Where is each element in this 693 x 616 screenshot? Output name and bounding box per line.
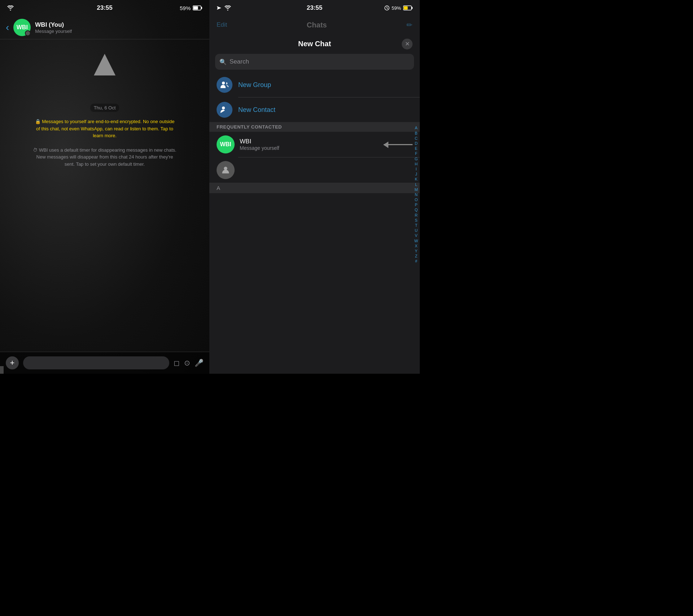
alpha-z[interactable]: Z — [415, 254, 418, 259]
chat-subtitle: Message yourself — [35, 29, 72, 34]
alpha-t[interactable]: T — [415, 223, 418, 228]
time-right: 23:55 — [307, 4, 322, 12]
wifi-icon — [7, 5, 14, 10]
status-icons-right — [217, 5, 231, 10]
date-label: Thu, 6 Oct — [90, 104, 119, 112]
alpha-b[interactable]: B — [415, 131, 417, 136]
svg-point-7 — [222, 82, 225, 84]
camera-icon[interactable]: ⊙ — [184, 359, 190, 367]
chat-header: ‹ WBI WBI (You) Message yourself — [0, 16, 209, 39]
battery-left: 59% — [180, 5, 202, 11]
new-group-row[interactable]: New Group — [209, 73, 420, 97]
alpha-k[interactable]: K — [415, 177, 417, 182]
search-icon: 🔍 — [219, 58, 227, 65]
generic-contact-row[interactable] — [209, 157, 420, 183]
arrow-indicator — [384, 144, 413, 145]
new-group-icon — [217, 77, 232, 93]
person-icon — [221, 165, 231, 175]
alpha-s[interactable]: S — [415, 218, 417, 223]
new-contact-icon — [217, 102, 232, 118]
alpha-m[interactable]: M — [414, 187, 418, 192]
alpha-x[interactable]: X — [415, 244, 417, 248]
avatar-badge — [25, 30, 31, 36]
alpha-r[interactable]: R — [415, 213, 418, 218]
arrow-up-indicator — [94, 54, 116, 75]
svg-point-9 — [224, 167, 227, 170]
alpha-h[interactable]: H — [415, 162, 418, 166]
wbi-avatar: WBI — [217, 135, 235, 153]
alpha-p[interactable]: P — [415, 203, 417, 207]
wbi-contact-row[interactable]: WBI WBI Message yourself — [209, 132, 420, 157]
airplane-icon — [217, 6, 222, 10]
alpha-y[interactable]: Y — [415, 249, 417, 253]
svg-rect-6 — [404, 6, 408, 10]
alpha-o[interactable]: O — [415, 198, 418, 202]
edit-label-behind: Edit — [217, 21, 227, 29]
alpha-u[interactable]: U — [415, 228, 418, 233]
chat-name: WBI (You) — [35, 21, 72, 29]
svg-point-8 — [222, 107, 225, 109]
arrow-head — [94, 54, 116, 75]
section-a-header: A — [209, 183, 420, 193]
alpha-i[interactable]: I — [415, 167, 417, 172]
group-icon — [220, 81, 229, 89]
clock-icon — [384, 5, 389, 10]
alpha-n[interactable]: N — [415, 192, 418, 197]
encryption-notice[interactable]: 🔒 Messages to yourself are end-to-end en… — [32, 118, 177, 139]
back-button[interactable]: ‹ — [6, 22, 9, 33]
wbi-subtitle: Message yourself — [240, 145, 379, 151]
new-chat-modal: New Chat ✕ 🔍 Search New Group — [209, 34, 420, 374]
battery-icon-right — [403, 5, 413, 10]
battery-icon-left — [193, 5, 202, 10]
close-button[interactable]: ✕ — [402, 39, 413, 49]
add-attachment-button[interactable]: + — [6, 356, 19, 369]
wbi-contact-info: WBI Message yourself — [240, 138, 379, 151]
add-person-icon — [220, 105, 229, 114]
microphone-icon[interactable]: 🎤 — [195, 359, 204, 367]
alpha-j[interactable]: J — [415, 172, 417, 177]
chats-title-behind: Chats — [307, 21, 327, 29]
svg-rect-5 — [411, 7, 413, 9]
alpha-f[interactable]: F — [415, 151, 418, 156]
modal-header: New Chat ✕ — [209, 34, 420, 54]
new-group-label: New Group — [238, 81, 271, 89]
wbi-name: WBI — [240, 138, 379, 145]
alpha-g[interactable]: G — [415, 157, 418, 161]
arrow-line — [384, 144, 413, 145]
alpha-c[interactable]: C — [415, 136, 418, 141]
disappearing-notice[interactable]: ⏱ WBI uses a default timer for disappear… — [32, 147, 177, 168]
alpha-hash[interactable]: # — [415, 259, 417, 264]
generic-avatar — [217, 161, 235, 179]
alpha-q[interactable]: Q — [415, 208, 418, 212]
alpha-l[interactable]: L — [415, 182, 417, 187]
message-input[interactable] — [23, 356, 169, 369]
svg-rect-2 — [193, 6, 198, 10]
chat-input-bar: + ◻ ⊙ 🎤 — [0, 352, 209, 374]
time-left: 23:55 — [97, 4, 112, 12]
compose-icon-behind: ✏ — [406, 21, 413, 29]
alpha-d[interactable]: D — [415, 141, 418, 146]
frequently-contacted-header: FREQUENTLY CONTACTED — [209, 122, 420, 132]
input-icons: ◻ ⊙ 🎤 — [174, 359, 204, 367]
new-contact-row[interactable]: New Contact — [209, 97, 420, 122]
chat-panel: 23:55 59% ‹ WBI WBI (You) Message yourse… — [0, 0, 209, 374]
wifi-icon-right — [225, 5, 231, 10]
search-bar[interactable]: 🔍 Search — [215, 54, 414, 70]
alpha-e[interactable]: E — [415, 146, 417, 151]
chat-messages: Thu, 6 Oct 🔒 Messages to yourself are en… — [0, 39, 209, 352]
sticker-icon[interactable]: ◻ — [174, 359, 180, 367]
new-chat-panel: 23:55 59% Edit Chats ✏ New Chat ✕ — [209, 0, 420, 374]
alpha-v[interactable]: V — [415, 233, 417, 238]
alpha-w[interactable]: W — [414, 239, 418, 243]
status-bar-left: 23:55 59% — [0, 0, 209, 16]
svg-rect-1 — [201, 7, 202, 9]
avatar: WBI — [13, 19, 31, 36]
status-bar-right: 23:55 59% — [209, 0, 420, 16]
battery-right: 59% — [384, 5, 413, 11]
chat-info: WBI (You) Message yourself — [35, 21, 72, 34]
alpha-a[interactable]: A — [415, 126, 417, 130]
new-contact-label: New Contact — [238, 106, 275, 114]
chats-header-behind: Edit Chats ✏ — [209, 16, 420, 34]
modal-title: New Chat — [298, 40, 331, 48]
search-input[interactable]: Search — [230, 58, 249, 65]
